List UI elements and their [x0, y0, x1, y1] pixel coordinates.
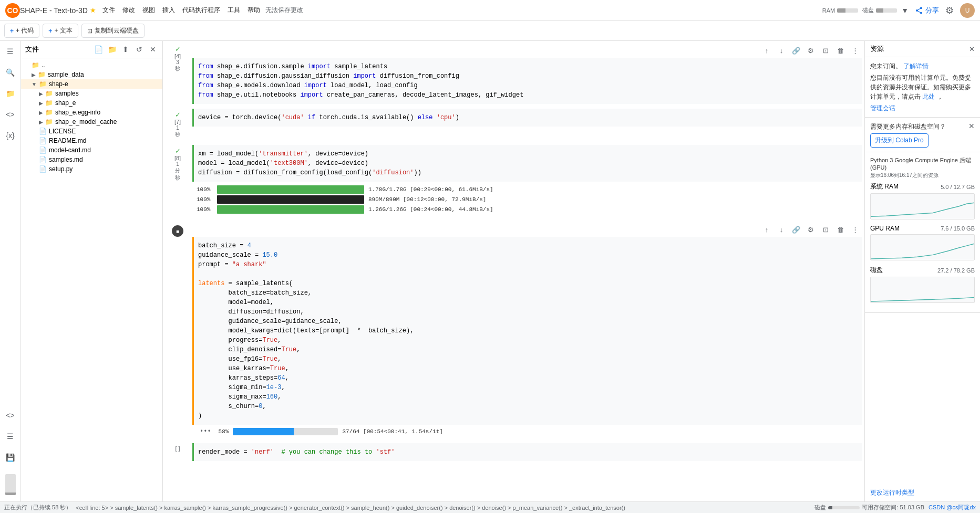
- cell-run-delete-btn[interactable]: 🗑: [834, 223, 847, 236]
- notebook-area: ✓ [4] 3秒 ↑ ↓ 🔗 ⚙ ⊡ 🗑 ⋮ from shap_e.diffu…: [163, 41, 864, 501]
- folder-icon-strip[interactable]: 📁: [4, 87, 17, 100]
- bottom-icon-1[interactable]: <>: [4, 409, 17, 422]
- disk-chart: [870, 277, 975, 303]
- cell-8-progress: 100% 1.78G/1.78G [00:29<00:00, 61.6MiB/s…: [192, 182, 862, 217]
- gpu-info-section: Python 3 Google Compute Engine 后端 (GPU) …: [865, 152, 980, 313]
- tree-item-license[interactable]: 📄 LICENSE: [21, 127, 162, 136]
- tree-item-model-cache[interactable]: ▶ 📁 shap_e_model_cache: [21, 117, 162, 127]
- search-icon[interactable]: 🔍: [4, 66, 17, 79]
- cell-8-gutter: ✓ [8] 1分秒: [163, 143, 192, 219]
- code-icon-strip[interactable]: <>: [4, 108, 17, 121]
- main-layout: ☰ 🔍 📁 <> {x} <> ☰ 💾 文件 📄 📁 ⬆ ↺ ✕: [0, 41, 980, 501]
- variable-icon[interactable]: {x}: [4, 129, 17, 142]
- disk-bar-top: [876, 8, 897, 13]
- expand-resources-icon[interactable]: ▼: [901, 6, 909, 15]
- menu-view[interactable]: 视图: [142, 6, 155, 15]
- cell-run-copy-btn[interactable]: ⊡: [819, 223, 832, 236]
- manage-session-link: 管理会话: [870, 103, 975, 113]
- here-link[interactable]: 此处: [922, 93, 935, 100]
- cell-4: ✓ [4] 3秒 ↑ ↓ 🔗 ⚙ ⊡ 🗑 ⋮ from shap_e.diffu…: [163, 41, 864, 107]
- cell-running-code: batch_size = 4 guidance_scale = 15.0 pro…: [192, 237, 862, 425]
- tree-item-readme[interactable]: 📄 README.md: [21, 136, 162, 145]
- disk-fill-top: [876, 8, 883, 13]
- upload-icon[interactable]: ⬆: [120, 44, 131, 55]
- menu-runtime[interactable]: 代码执行程序: [182, 6, 220, 15]
- upgrade-section: ✕ 需要更多内存和磁盘空间？ 升级到 Colab Pro: [865, 118, 980, 152]
- file-samplesmd-icon: 📄: [39, 156, 47, 163]
- cell-4-up-btn[interactable]: ↑: [760, 44, 773, 57]
- cell-7-time: 1秒: [175, 125, 180, 138]
- cell-render-gutter: [ ]: [163, 441, 192, 463]
- tree-item-samples[interactable]: ▶ 📁 samples: [21, 89, 162, 98]
- cell-render: [ ] render_mode = 'nerf' # you can chang…: [163, 441, 864, 464]
- close-sidebar-icon[interactable]: ✕: [148, 44, 158, 55]
- cell-render-number: [ ]: [175, 445, 180, 452]
- chevron-samples-icon: ▶: [39, 91, 43, 97]
- running-status-text: 正在执行（已持续 58 秒）: [4, 504, 71, 511]
- cell-run-up-btn[interactable]: ↑: [760, 223, 773, 236]
- ram-title: 系统 RAM: [870, 182, 899, 191]
- share-button[interactable]: 分享: [915, 6, 939, 15]
- cell-4-row: ✓ [4] 3秒 ↑ ↓ 🔗 ⚙ ⊡ 🗑 ⋮ from shap_e.diffu…: [163, 41, 864, 107]
- menu-help[interactable]: 帮助: [247, 6, 260, 15]
- gpu-ram-item: GPU RAM 7.6 / 15.0 GB: [870, 225, 975, 260]
- learn-link[interactable]: 了解详情: [903, 62, 929, 70]
- disk-label-row: 磁盘 27.2 / 78.2 GB: [870, 266, 975, 275]
- gpu-label: Python 3 Google Compute Engine 后端 (GPU): [870, 156, 975, 171]
- app-title: SHAP-E - Text-to-3D: [20, 6, 88, 15]
- upgrade-dismiss-btn[interactable]: ✕: [968, 122, 975, 130]
- cell-8-content: xm = load_model('transmitter', device=de…: [192, 143, 864, 219]
- cell-8-check: ✓: [175, 147, 181, 155]
- tree-item-setup[interactable]: 📄 setup.py: [21, 164, 162, 174]
- copy-to-drive-button[interactable]: ⊡ 复制到云端硬盘: [81, 24, 145, 38]
- manage-link[interactable]: 管理会话: [870, 104, 895, 112]
- new-folder-icon[interactable]: 📁: [107, 44, 117, 55]
- sidebar-header: 文件 📄 📁 ⬆ ↺ ✕: [21, 41, 162, 58]
- tree-item-egg-info[interactable]: ▶ 📁 shap_e.egg-info: [21, 108, 162, 117]
- ram-label-row: 系统 RAM 5.0 / 12.7 GB: [870, 182, 975, 191]
- add-code-button[interactable]: + + 代码: [4, 24, 39, 38]
- disk-icon-strip[interactable]: 💾: [4, 451, 17, 464]
- new-file-icon[interactable]: 📄: [93, 44, 104, 55]
- tree-item-shap-e[interactable]: ▼ 📁 shap-e: [21, 79, 162, 89]
- cell-4-down-btn[interactable]: ↓: [775, 44, 788, 57]
- right-panel-close-btn[interactable]: ✕: [969, 45, 975, 53]
- cell-run-more-btn[interactable]: ⋮: [849, 223, 861, 236]
- star-icon[interactable]: ★: [90, 6, 96, 14]
- add-text-button[interactable]: + + 文本: [43, 24, 78, 38]
- bottom-icon-2[interactable]: ☰: [4, 430, 17, 443]
- tree-item-sample-data[interactable]: ▶ 📁 sample_data: [21, 70, 162, 79]
- avatar[interactable]: U: [960, 3, 975, 18]
- tree-item-shap-e-pkg[interactable]: ▶ 📁 shap_e: [21, 98, 162, 108]
- menu-insert[interactable]: 插入: [162, 6, 175, 15]
- notice-text: 您未订阅。 了解详情: [870, 61, 975, 71]
- progress-more-btn[interactable]: •••: [197, 427, 214, 436]
- tree-item-samplesmd[interactable]: 📄 samples.md: [21, 155, 162, 164]
- upgrade-button[interactable]: 升级到 Colab Pro: [870, 133, 929, 148]
- tree-item-dotdot[interactable]: 📁 ..: [21, 60, 162, 70]
- progress-3-pct: 100%: [197, 206, 215, 213]
- cell-run-link-btn[interactable]: 🔗: [790, 223, 802, 236]
- folder-sample-data-icon: 📁: [38, 71, 46, 78]
- disk-value: 27.2 / 78.2 GB: [937, 267, 975, 274]
- settings-icon[interactable]: ⚙: [945, 5, 954, 16]
- right-panel-title: 资源: [870, 44, 884, 54]
- cell-4-delete-btn[interactable]: 🗑: [834, 44, 847, 57]
- cell-4-copy-btn[interactable]: ⊡: [819, 44, 832, 57]
- tree-item-modelcard[interactable]: 📄 model-card.md: [21, 145, 162, 155]
- cell-4-time: 3秒: [175, 59, 180, 72]
- cell-run-down-btn[interactable]: ↓: [775, 223, 788, 236]
- menu-edit[interactable]: 修改: [122, 6, 135, 15]
- menu-toggle-icon[interactable]: ☰: [4, 45, 17, 58]
- menu-file[interactable]: 文件: [102, 6, 115, 15]
- cell-4-settings-btn[interactable]: ⚙: [804, 44, 817, 57]
- refresh-icon[interactable]: ↺: [134, 44, 145, 55]
- stop-button[interactable]: ■: [172, 225, 183, 237]
- cell-4-more-btn[interactable]: ⋮: [849, 44, 861, 57]
- cell-run-settings-btn[interactable]: ⚙: [804, 223, 817, 236]
- folder-shap-e-icon: 📁: [39, 80, 47, 88]
- change-runtime-link[interactable]: 更改运行时类型: [870, 489, 914, 496]
- cell-4-link-btn[interactable]: 🔗: [790, 44, 802, 57]
- cell-8-number: [8]: [174, 155, 181, 161]
- menu-tools[interactable]: 工具: [228, 6, 240, 15]
